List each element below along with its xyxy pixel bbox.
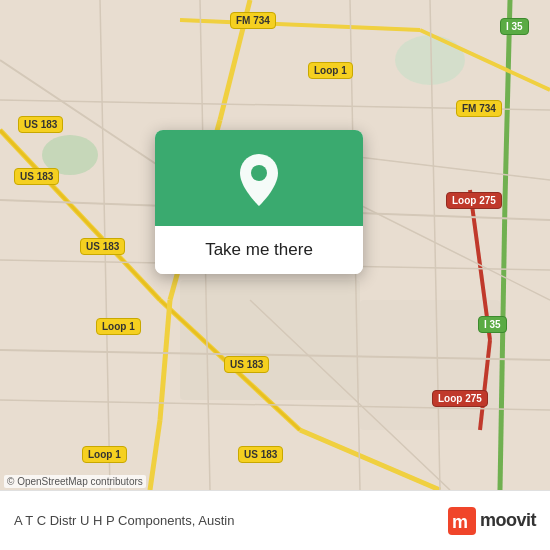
moovit-logo: m moovit: [448, 507, 536, 535]
road-badge-us183-bottom: US 183: [238, 446, 283, 463]
moovit-brand-text: moovit: [480, 510, 536, 531]
road-badge-us183-left3: US 183: [80, 238, 125, 255]
road-badge-loop275-right1: Loop 275: [446, 192, 502, 209]
road-badge-us183-left2: US 183: [14, 168, 59, 185]
svg-point-33: [251, 165, 267, 181]
road-badge-loop1-bottom-left: Loop 1: [96, 318, 141, 335]
popup-header: [155, 130, 363, 226]
svg-text:m: m: [452, 512, 468, 532]
road-badge-i35-top: I 35: [500, 18, 529, 35]
road-badge-i35-bottom: I 35: [478, 316, 507, 333]
map-area: FM 734 I 35 Loop 1 FM 734 US 183 US 183 …: [0, 0, 550, 490]
moovit-icon: m: [448, 507, 476, 535]
bottom-bar: A T C Distr U H P Components, Austin m m…: [0, 490, 550, 550]
map-copyright: © OpenStreetMap contributors: [4, 475, 146, 488]
road-badge-loop275-bottom: Loop 275: [432, 390, 488, 407]
location-pin-icon: [235, 152, 283, 208]
location-popup: Take me there: [155, 130, 363, 274]
road-badge-us183-bottom-center: US 183: [224, 356, 269, 373]
road-badge-loop1-bottom: Loop 1: [82, 446, 127, 463]
road-badge-fm734-top: FM 734: [230, 12, 276, 29]
location-name: A T C Distr U H P Components, Austin: [14, 513, 234, 528]
road-badge-loop1-top: Loop 1: [308, 62, 353, 79]
take-me-there-button[interactable]: Take me there: [155, 226, 363, 274]
road-badge-us183-left1: US 183: [18, 116, 63, 133]
svg-point-4: [395, 35, 465, 85]
road-badge-fm734-right: FM 734: [456, 100, 502, 117]
